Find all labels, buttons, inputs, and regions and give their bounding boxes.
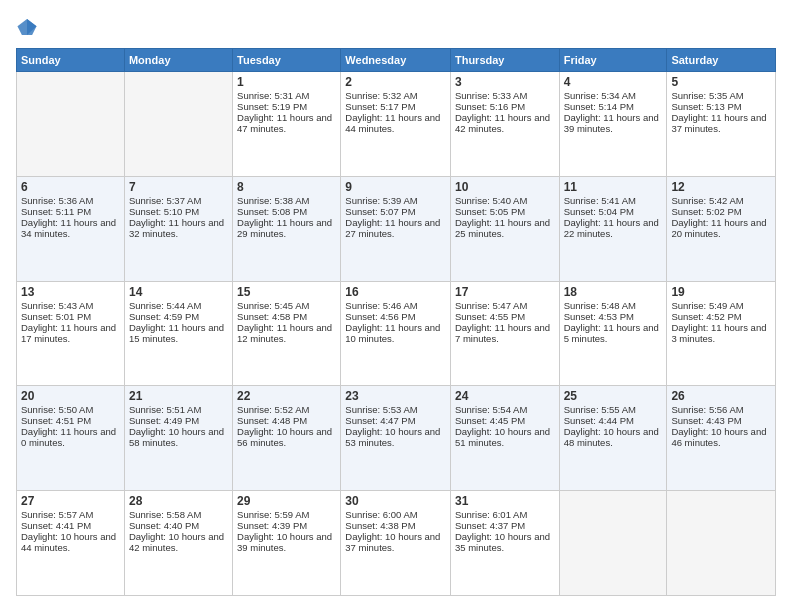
day-cell: 2Sunrise: 5:32 AMSunset: 5:17 PMDaylight… — [341, 72, 451, 177]
day-cell: 12Sunrise: 5:42 AMSunset: 5:02 PMDayligh… — [667, 176, 776, 281]
header-row: SundayMondayTuesdayWednesdayThursdayFrid… — [17, 49, 776, 72]
daylight-text: Daylight: 11 hours and 47 minutes. — [237, 112, 332, 134]
day-number: 29 — [237, 494, 336, 508]
header-cell-saturday: Saturday — [667, 49, 776, 72]
sunrise-text: Sunrise: 5:40 AM — [455, 195, 527, 206]
sunrise-text: Sunrise: 5:41 AM — [564, 195, 636, 206]
daylight-text: Daylight: 10 hours and 51 minutes. — [455, 426, 550, 448]
header-cell-friday: Friday — [559, 49, 667, 72]
daylight-text: Daylight: 10 hours and 42 minutes. — [129, 531, 224, 553]
day-number: 17 — [455, 285, 555, 299]
sunset-text: Sunset: 5:01 PM — [21, 311, 91, 322]
day-number: 14 — [129, 285, 228, 299]
day-cell — [667, 491, 776, 596]
day-number: 12 — [671, 180, 771, 194]
sunset-text: Sunset: 5:17 PM — [345, 101, 415, 112]
day-number: 28 — [129, 494, 228, 508]
daylight-text: Daylight: 10 hours and 53 minutes. — [345, 426, 440, 448]
sunrise-text: Sunrise: 5:38 AM — [237, 195, 309, 206]
daylight-text: Daylight: 11 hours and 10 minutes. — [345, 322, 440, 344]
day-cell: 11Sunrise: 5:41 AMSunset: 5:04 PMDayligh… — [559, 176, 667, 281]
day-cell: 8Sunrise: 5:38 AMSunset: 5:08 PMDaylight… — [233, 176, 341, 281]
day-cell: 29Sunrise: 5:59 AMSunset: 4:39 PMDayligh… — [233, 491, 341, 596]
day-cell: 28Sunrise: 5:58 AMSunset: 4:40 PMDayligh… — [124, 491, 232, 596]
daylight-text: Daylight: 10 hours and 39 minutes. — [237, 531, 332, 553]
daylight-text: Daylight: 10 hours and 56 minutes. — [237, 426, 332, 448]
sunrise-text: Sunrise: 5:56 AM — [671, 404, 743, 415]
day-cell: 13Sunrise: 5:43 AMSunset: 5:01 PMDayligh… — [17, 281, 125, 386]
page-header — [16, 16, 776, 38]
daylight-text: Daylight: 11 hours and 20 minutes. — [671, 217, 766, 239]
sunrise-text: Sunrise: 5:58 AM — [129, 509, 201, 520]
day-number: 26 — [671, 389, 771, 403]
sunset-text: Sunset: 5:16 PM — [455, 101, 525, 112]
sunrise-text: Sunrise: 5:39 AM — [345, 195, 417, 206]
sunrise-text: Sunrise: 5:57 AM — [21, 509, 93, 520]
sunset-text: Sunset: 4:41 PM — [21, 520, 91, 531]
sunrise-text: Sunrise: 5:51 AM — [129, 404, 201, 415]
sunset-text: Sunset: 4:55 PM — [455, 311, 525, 322]
day-number: 27 — [21, 494, 120, 508]
daylight-text: Daylight: 11 hours and 0 minutes. — [21, 426, 116, 448]
daylight-text: Daylight: 11 hours and 25 minutes. — [455, 217, 550, 239]
day-number: 25 — [564, 389, 663, 403]
sunrise-text: Sunrise: 5:34 AM — [564, 90, 636, 101]
day-number: 30 — [345, 494, 446, 508]
daylight-text: Daylight: 11 hours and 37 minutes. — [671, 112, 766, 134]
day-number: 3 — [455, 75, 555, 89]
day-number: 11 — [564, 180, 663, 194]
day-cell: 16Sunrise: 5:46 AMSunset: 4:56 PMDayligh… — [341, 281, 451, 386]
daylight-text: Daylight: 11 hours and 32 minutes. — [129, 217, 224, 239]
sunrise-text: Sunrise: 5:32 AM — [345, 90, 417, 101]
day-number: 24 — [455, 389, 555, 403]
day-cell: 18Sunrise: 5:48 AMSunset: 4:53 PMDayligh… — [559, 281, 667, 386]
daylight-text: Daylight: 10 hours and 58 minutes. — [129, 426, 224, 448]
week-row-3: 13Sunrise: 5:43 AMSunset: 5:01 PMDayligh… — [17, 281, 776, 386]
week-row-5: 27Sunrise: 5:57 AMSunset: 4:41 PMDayligh… — [17, 491, 776, 596]
daylight-text: Daylight: 10 hours and 44 minutes. — [21, 531, 116, 553]
day-number: 23 — [345, 389, 446, 403]
daylight-text: Daylight: 11 hours and 7 minutes. — [455, 322, 550, 344]
sunset-text: Sunset: 5:04 PM — [564, 206, 634, 217]
sunrise-text: Sunrise: 5:55 AM — [564, 404, 636, 415]
sunrise-text: Sunrise: 5:31 AM — [237, 90, 309, 101]
header-cell-monday: Monday — [124, 49, 232, 72]
day-number: 13 — [21, 285, 120, 299]
sunset-text: Sunset: 4:53 PM — [564, 311, 634, 322]
sunset-text: Sunset: 5:11 PM — [21, 206, 91, 217]
header-cell-sunday: Sunday — [17, 49, 125, 72]
day-cell: 21Sunrise: 5:51 AMSunset: 4:49 PMDayligh… — [124, 386, 232, 491]
daylight-text: Daylight: 11 hours and 5 minutes. — [564, 322, 659, 344]
sunset-text: Sunset: 4:48 PM — [237, 415, 307, 426]
sunset-text: Sunset: 4:51 PM — [21, 415, 91, 426]
daylight-text: Daylight: 10 hours and 48 minutes. — [564, 426, 659, 448]
header-cell-tuesday: Tuesday — [233, 49, 341, 72]
day-number: 7 — [129, 180, 228, 194]
daylight-text: Daylight: 10 hours and 37 minutes. — [345, 531, 440, 553]
sunrise-text: Sunrise: 5:44 AM — [129, 300, 201, 311]
sunrise-text: Sunrise: 5:45 AM — [237, 300, 309, 311]
day-cell: 17Sunrise: 5:47 AMSunset: 4:55 PMDayligh… — [450, 281, 559, 386]
day-cell: 9Sunrise: 5:39 AMSunset: 5:07 PMDaylight… — [341, 176, 451, 281]
sunset-text: Sunset: 4:49 PM — [129, 415, 199, 426]
day-number: 21 — [129, 389, 228, 403]
day-number: 20 — [21, 389, 120, 403]
sunset-text: Sunset: 5:14 PM — [564, 101, 634, 112]
calendar-table: SundayMondayTuesdayWednesdayThursdayFrid… — [16, 48, 776, 596]
daylight-text: Daylight: 10 hours and 46 minutes. — [671, 426, 766, 448]
logo — [16, 16, 42, 38]
daylight-text: Daylight: 11 hours and 44 minutes. — [345, 112, 440, 134]
daylight-text: Daylight: 11 hours and 12 minutes. — [237, 322, 332, 344]
sunrise-text: Sunrise: 5:59 AM — [237, 509, 309, 520]
week-row-1: 1Sunrise: 5:31 AMSunset: 5:19 PMDaylight… — [17, 72, 776, 177]
sunrise-text: Sunrise: 5:36 AM — [21, 195, 93, 206]
day-cell: 6Sunrise: 5:36 AMSunset: 5:11 PMDaylight… — [17, 176, 125, 281]
day-cell: 4Sunrise: 5:34 AMSunset: 5:14 PMDaylight… — [559, 72, 667, 177]
day-number: 15 — [237, 285, 336, 299]
sunrise-text: Sunrise: 5:49 AM — [671, 300, 743, 311]
sunrise-text: Sunrise: 6:00 AM — [345, 509, 417, 520]
sunrise-text: Sunrise: 5:33 AM — [455, 90, 527, 101]
sunset-text: Sunset: 4:37 PM — [455, 520, 525, 531]
sunset-text: Sunset: 5:07 PM — [345, 206, 415, 217]
day-number: 9 — [345, 180, 446, 194]
